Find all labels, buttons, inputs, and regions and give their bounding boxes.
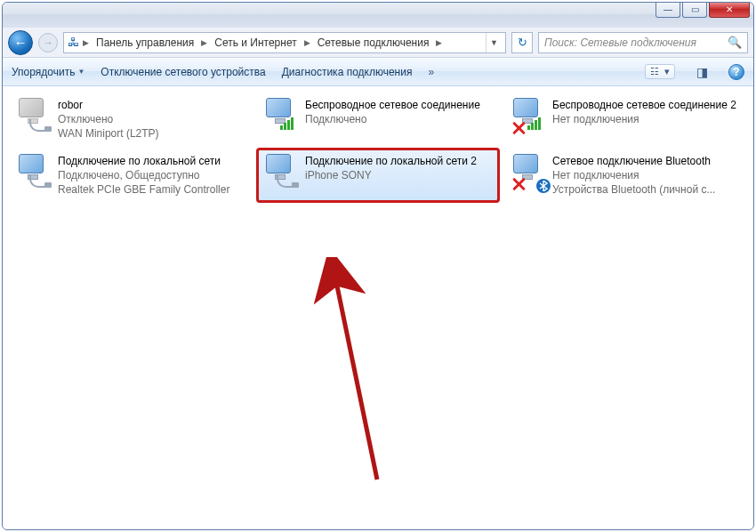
view-options-button[interactable]: ☷ ▾ bbox=[645, 64, 675, 79]
connection-title: Беспроводное сетевое соединение bbox=[305, 98, 492, 112]
content-area: roborОтключеноWAN Miniport (L2TP)Беспров… bbox=[4, 88, 752, 528]
network-adapter-icon bbox=[264, 154, 300, 191]
connection-status: Нет подключения bbox=[552, 168, 739, 182]
connection-title: Подключение по локальной сети bbox=[58, 154, 245, 168]
minimize-button[interactable]: — bbox=[655, 2, 680, 18]
chevron-right-icon: ▶ bbox=[81, 38, 91, 47]
annotation-arrow bbox=[270, 257, 413, 506]
connection-text: Сетевое подключение BluetoothНет подключ… bbox=[552, 154, 739, 197]
connection-item[interactable]: roborОтключеноWAN Miniport (L2TP) bbox=[11, 93, 251, 146]
connection-text: Беспроводное сетевое соединение 2Нет под… bbox=[552, 98, 739, 141]
connection-item[interactable]: Беспроводное сетевое соединениеПодключен… bbox=[258, 93, 498, 146]
connection-text: roborОтключеноWAN Miniport (L2TP) bbox=[58, 98, 245, 141]
connection-status: Подключено bbox=[305, 112, 492, 126]
back-button[interactable]: ← bbox=[8, 30, 33, 55]
search-placeholder: Поиск: Сетевые подключения bbox=[544, 36, 696, 49]
command-bar: Упорядочить▼ Отключение сетевого устройс… bbox=[3, 58, 753, 86]
connection-title: Подключение по локальной сети 2 bbox=[305, 154, 492, 168]
close-button[interactable]: ✕ bbox=[709, 2, 750, 18]
search-input[interactable]: Поиск: Сетевые подключения 🔍 bbox=[538, 32, 748, 53]
address-dropdown-button[interactable]: ▼ bbox=[486, 33, 502, 52]
preview-pane-button[interactable]: ◨ bbox=[691, 62, 712, 82]
view-icon: ☷ bbox=[647, 66, 662, 77]
breadcrumb-segment[interactable]: Панель управления bbox=[92, 36, 197, 49]
titlebar: — ▭ ✕ bbox=[3, 3, 753, 28]
network-adapter-icon bbox=[17, 98, 52, 135]
connection-item[interactable]: Беспроводное сетевое соединение 2Нет под… bbox=[505, 93, 745, 146]
connection-status: Нет подключения bbox=[552, 112, 739, 126]
connection-item[interactable]: Подключение по локальной сетиПодключено,… bbox=[11, 149, 251, 202]
connection-status: Подключено, Общедоступно bbox=[58, 168, 245, 182]
control-panel-icon: 🖧 bbox=[68, 36, 79, 49]
forward-button[interactable]: → bbox=[38, 33, 58, 52]
svg-line-0 bbox=[334, 273, 377, 480]
diagnose-connection-button[interactable]: Диагностика подключения bbox=[282, 66, 413, 78]
network-adapter-icon bbox=[264, 98, 300, 135]
network-adapter-icon bbox=[17, 154, 52, 191]
organize-menu[interactable]: Упорядочить▼ bbox=[12, 66, 84, 78]
connection-text: Беспроводное сетевое соединениеПодключен… bbox=[305, 98, 492, 141]
breadcrumb-segment[interactable]: Сетевые подключения bbox=[314, 36, 433, 49]
chevron-right-icon: ▶ bbox=[199, 38, 209, 47]
network-adapter-icon bbox=[511, 98, 547, 135]
overflow-chevron-icon[interactable]: » bbox=[428, 66, 434, 78]
connection-item[interactable]: Сетевое подключение BluetoothНет подключ… bbox=[505, 149, 745, 202]
navigation-bar: ← → 🖧 ▶ Панель управления ▶ Сеть и Интер… bbox=[3, 28, 753, 58]
chevron-right-icon: ▶ bbox=[302, 38, 312, 47]
network-adapter-icon bbox=[511, 154, 547, 191]
breadcrumb-segment[interactable]: Сеть и Интернет bbox=[211, 36, 300, 49]
connection-text: Подключение по локальной сети 2iPhone SO… bbox=[305, 154, 492, 197]
search-icon: 🔍 bbox=[728, 36, 742, 49]
connection-title: Сетевое подключение Bluetooth bbox=[552, 154, 739, 168]
connection-title: robor bbox=[58, 98, 245, 112]
refresh-button[interactable]: ↻ bbox=[511, 32, 533, 53]
connection-title: Беспроводное сетевое соединение 2 bbox=[552, 98, 739, 112]
connection-item[interactable]: Подключение по локальной сети 2iPhone SO… bbox=[258, 149, 498, 202]
chevron-right-icon: ▶ bbox=[434, 38, 444, 47]
connection-device: Устройства Bluetooth (личной с... bbox=[552, 182, 739, 197]
connection-text: Подключение по локальной сетиПодключено,… bbox=[58, 154, 245, 197]
connection-device: WAN Miniport (L2TP) bbox=[58, 126, 245, 141]
disable-device-button[interactable]: Отключение сетевого устройства bbox=[101, 66, 265, 78]
maximize-button[interactable]: ▭ bbox=[682, 2, 707, 18]
help-button[interactable]: ? bbox=[728, 64, 744, 80]
connection-device: iPhone SONY bbox=[305, 168, 492, 182]
address-bar[interactable]: 🖧 ▶ Панель управления ▶ Сеть и Интернет … bbox=[63, 32, 506, 53]
connection-status: Отключено bbox=[58, 112, 245, 126]
connection-device: Realtek PCIe GBE Family Controller bbox=[58, 182, 245, 197]
